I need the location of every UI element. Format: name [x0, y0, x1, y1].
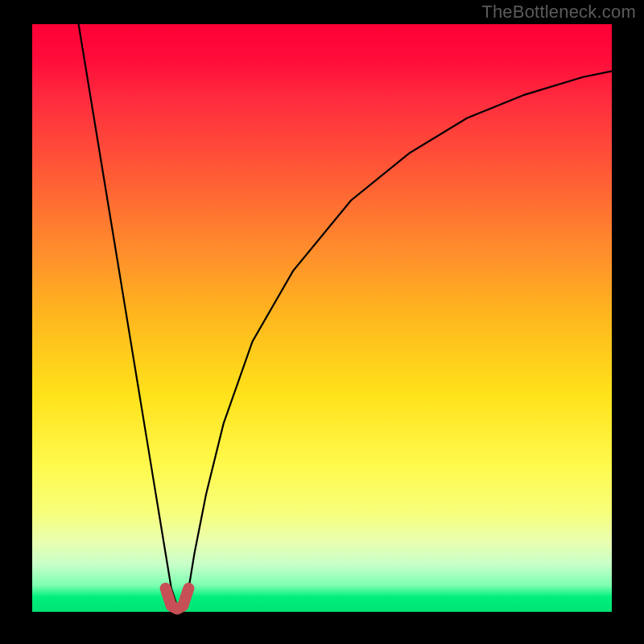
- plot-area: [32, 24, 612, 612]
- valley-marker: [166, 588, 189, 609]
- curve-layer: [32, 24, 612, 612]
- bottleneck-curve: [79, 24, 612, 606]
- watermark-text: TheBottleneck.com: [481, 2, 636, 23]
- chart-frame: TheBottleneck.com: [0, 0, 644, 644]
